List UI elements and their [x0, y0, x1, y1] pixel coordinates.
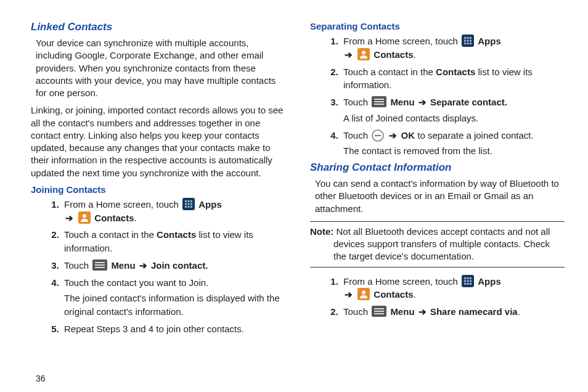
- text: .: [414, 49, 416, 60]
- text-bold: Contacts: [436, 67, 475, 77]
- page: Linked Contacts Your device can synchron…: [0, 0, 588, 392]
- sharing-step-1: From a Home screen, touch Apps ➔ Contact…: [341, 275, 565, 302]
- menu-label: Menu: [390, 97, 414, 107]
- separating-step-3: Touch Menu ➔ Separate contact. A list of…: [341, 96, 565, 125]
- heading-linked-contacts: Linked Contacts: [31, 21, 285, 33]
- text: Touch: [343, 97, 370, 107]
- text: .: [518, 306, 520, 317]
- text: Touch a contact in the: [343, 67, 436, 77]
- joining-step-2: Touch a contact in the Contacts list to …: [62, 228, 285, 255]
- contacts-icon: [78, 211, 91, 224]
- share-label: Share namecard via: [430, 306, 518, 317]
- contacts-icon: [357, 48, 370, 60]
- arrow-icon: ➔: [345, 289, 353, 300]
- text: Touch: [343, 130, 370, 141]
- contacts-label: Contacts: [374, 289, 413, 300]
- arrow-icon: ➔: [345, 49, 353, 60]
- text-bold: Contacts: [157, 229, 196, 240]
- joining-step-3: Touch Menu ➔ Join contact.: [62, 259, 285, 272]
- menu-icon: [372, 306, 386, 317]
- apps-label: Apps: [478, 276, 501, 287]
- sharing-step-2: Touch Menu ➔ Share namecard via.: [341, 305, 565, 319]
- text: From a Home screen, touch: [343, 276, 460, 287]
- text: Repeat Steps 3 and 4 to join other conta…: [64, 324, 244, 334]
- ok-label: OK: [401, 130, 415, 141]
- joining-step-1: From a Home screen, touch Apps ➔ Contact…: [62, 198, 285, 225]
- menu-label: Menu: [111, 260, 135, 271]
- apps-icon: [462, 35, 474, 47]
- menu-label: Menu: [390, 306, 414, 317]
- arrow-icon: ➔: [139, 260, 147, 271]
- sharing-steps: From a Home screen, touch Apps ➔ Contact…: [310, 275, 565, 319]
- text: The joined contact's information is disp…: [64, 292, 285, 319]
- text: Touch: [343, 306, 370, 317]
- separate-label: Separate contact.: [430, 97, 507, 107]
- text: .: [134, 213, 137, 223]
- joining-step-5: Repeat Steps 3 and 4 to join other conta…: [62, 322, 285, 336]
- text: A list of Joined contacts displays.: [343, 112, 565, 125]
- para-linked-detail: Linking, or joining, imported contact re…: [31, 104, 285, 179]
- para-sharing: You can send a contact's information by …: [315, 178, 565, 215]
- arrow-icon: ➔: [65, 213, 73, 223]
- note-text: Not all Bluetooth devices accept contact…: [333, 226, 550, 262]
- text: to separate a joined contact.: [415, 130, 534, 141]
- text: Touch the contact you want to Join.: [64, 277, 208, 288]
- para-linked-intro: Your device can synchronize with multipl…: [36, 37, 285, 99]
- note-label: Note:: [310, 226, 333, 237]
- arrow-icon: ➔: [419, 97, 427, 107]
- menu-icon: [372, 96, 386, 107]
- apps-icon: [462, 275, 474, 287]
- separating-step-2: Touch a contact in the Contacts list to …: [341, 65, 565, 92]
- column-right: Separating Contacts From a Home screen, …: [310, 21, 565, 386]
- heading-joining-contacts: Joining Contacts: [31, 184, 285, 195]
- join-label: Join contact.: [151, 260, 208, 271]
- note-block: Note: Not all Bluetooth devices accept c…: [310, 221, 565, 267]
- contacts-icon: [357, 288, 370, 300]
- arrow-icon: ➔: [419, 306, 427, 317]
- page-number: 36: [36, 374, 46, 383]
- apps-icon: [182, 198, 195, 210]
- joining-steps: From a Home screen, touch Apps ➔ Contact…: [31, 198, 285, 336]
- arrow-icon: ➔: [389, 130, 397, 141]
- text: The contact is removed from the list.: [343, 144, 565, 158]
- text: Touch a contact in the: [64, 229, 157, 240]
- heading-separating-contacts: Separating Contacts: [310, 21, 565, 31]
- contacts-label: Contacts: [94, 213, 134, 223]
- heading-sharing-contact: Sharing Contact Information: [310, 161, 565, 174]
- text: .: [414, 289, 416, 300]
- separating-step-1: From a Home screen, touch Apps ➔ Contact…: [341, 35, 565, 62]
- contacts-label: Contacts: [374, 49, 413, 60]
- text: Touch: [64, 260, 91, 271]
- separating-step-4: Touch ➔ OK to separate a joined contact.…: [341, 129, 565, 158]
- menu-icon: [92, 259, 107, 271]
- joining-step-4: Touch the contact you want to Join. The …: [62, 276, 285, 319]
- text: From a Home screen, touch: [343, 36, 460, 46]
- apps-label: Apps: [198, 199, 222, 210]
- separating-steps: From a Home screen, touch Apps ➔ Contact…: [310, 35, 565, 158]
- column-left: Linked Contacts Your device can synchron…: [31, 21, 285, 386]
- text: From a Home screen, touch: [64, 199, 181, 210]
- apps-label: Apps: [478, 36, 501, 46]
- minus-icon: [372, 129, 384, 142]
